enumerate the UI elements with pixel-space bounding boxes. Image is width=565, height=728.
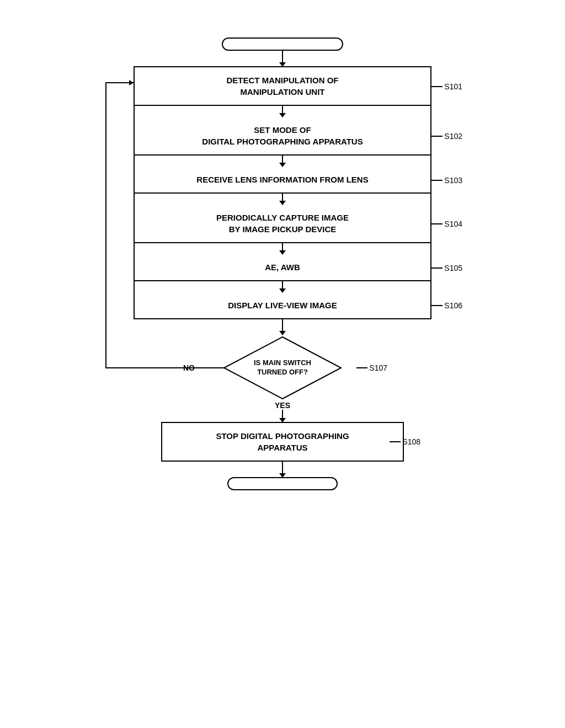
s101-row: DETECT MANIPULATION OFMANIPULATION UNIT … bbox=[135, 67, 430, 106]
big-rect: DETECT MANIPULATION OFMANIPULATION UNIT … bbox=[134, 66, 431, 319]
flowchart: DETECT MANIPULATION OFMANIPULATION UNIT … bbox=[62, 38, 503, 490]
main-steps-box: DETECT MANIPULATION OFMANIPULATION UNIT … bbox=[134, 66, 431, 319]
s102-box: SET MODE OFDIGITAL PHOTOGRAPHING APPARAT… bbox=[135, 117, 430, 156]
yes-label: YES bbox=[275, 401, 290, 410]
end-node bbox=[227, 477, 338, 490]
arrow-s106-s107 bbox=[282, 319, 283, 335]
s108-box: STOP DIGITAL PHOTOGRAPHINGAPPARATUS bbox=[161, 422, 404, 462]
s102-row: SET MODE OFDIGITAL PHOTOGRAPHING APPARAT… bbox=[135, 117, 430, 156]
start-node bbox=[222, 38, 343, 51]
page-header bbox=[0, 0, 565, 15]
arrow-start-s101 bbox=[282, 51, 283, 66]
s107-diamond-wrapper: IS MAIN SWITCHTURNED OFF? bbox=[222, 335, 343, 401]
s104-label: S104 bbox=[431, 220, 462, 228]
s107-row: IS MAIN SWITCHTURNED OFF? S107 NO bbox=[134, 335, 431, 401]
s106-row: DISPLAY LIVE-VIEW IMAGE S106 bbox=[135, 292, 430, 318]
s106-box: DISPLAY LIVE-VIEW IMAGE bbox=[135, 292, 430, 318]
s108-row: STOP DIGITAL PHOTOGRAPHINGAPPARATUS S108 bbox=[134, 422, 431, 462]
vline-101-102 bbox=[282, 106, 283, 117]
s106-label: S106 bbox=[431, 301, 462, 310]
s104-box: PERIODICALLY CAPTURE IMAGEBY IMAGE PICKU… bbox=[135, 205, 430, 243]
s103-row: RECEIVE LENS INFORMATION FROM LENS S103 bbox=[135, 167, 430, 194]
s103-label: S103 bbox=[431, 176, 462, 185]
s102-label: S102 bbox=[431, 132, 462, 141]
s101-label: S101 bbox=[431, 82, 462, 91]
s105-box: AE, AWB bbox=[135, 254, 430, 281]
vline-105-106 bbox=[282, 281, 283, 292]
s105-label: S105 bbox=[431, 264, 462, 272]
s105-row: AE, AWB S105 bbox=[135, 254, 430, 281]
s104-row: PERIODICALLY CAPTURE IMAGEBY IMAGE PICKU… bbox=[135, 205, 430, 243]
svg-marker-1 bbox=[129, 80, 134, 85]
s108-label: S108 bbox=[390, 437, 420, 446]
yes-arrow-container: YES bbox=[275, 401, 290, 422]
s103-box: RECEIVE LENS INFORMATION FROM LENS bbox=[135, 167, 430, 194]
vline-103-104 bbox=[282, 194, 283, 205]
s107-text: IS MAIN SWITCHTURNED OFF? bbox=[254, 358, 311, 377]
arrow-s108-end bbox=[282, 462, 283, 477]
no-label: NO bbox=[183, 363, 195, 372]
vline-102-103 bbox=[282, 156, 283, 167]
s101-box: DETECT MANIPULATION OFMANIPULATION UNIT bbox=[135, 67, 430, 106]
vline-104-105 bbox=[282, 243, 283, 254]
start-node-row bbox=[62, 38, 503, 51]
arrow-s107-s108 bbox=[282, 410, 283, 422]
s107-label: S107 bbox=[356, 363, 387, 372]
end-node-row bbox=[62, 477, 503, 490]
